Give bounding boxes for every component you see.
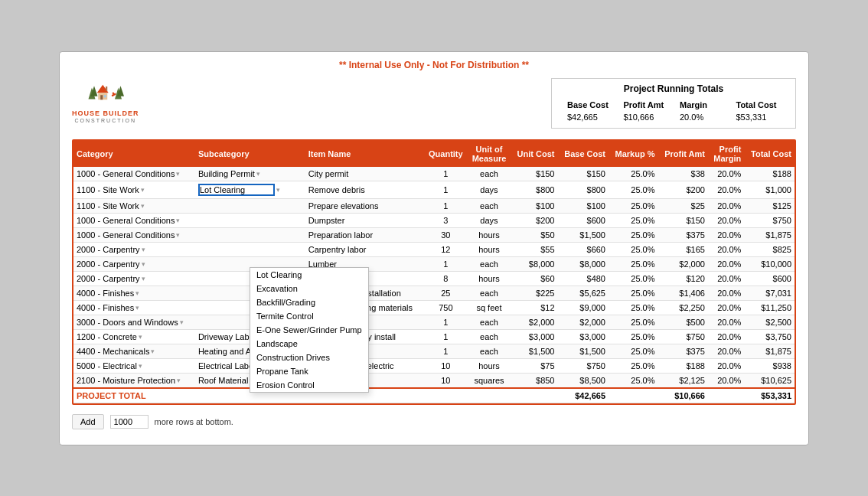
cell-quantity[interactable]: 750	[424, 300, 468, 315]
cell-base-cost[interactable]: $150	[558, 167, 609, 181]
cell-category[interactable]: 1000 - General Conditions▾	[73, 213, 195, 227]
cell-quantity[interactable]: 30	[424, 227, 468, 242]
dropdown-item[interactable]: Construction Drives	[250, 351, 368, 364]
cell-unit-cost[interactable]: $150	[511, 167, 557, 181]
cell-quantity[interactable]: 25	[424, 286, 468, 300]
cell-profit-amt[interactable]: $750	[658, 329, 708, 344]
cell-profit-margin[interactable]: 20.0%	[708, 315, 744, 329]
cell-quantity[interactable]: 10	[424, 358, 468, 373]
cell-subcategory[interactable]	[195, 198, 305, 213]
cell-markup[interactable]: 25.0%	[609, 242, 658, 256]
cell-quantity[interactable]: 1	[424, 181, 468, 198]
cell-profit-amt[interactable]: $2,250	[658, 300, 708, 315]
cell-profit-amt[interactable]: $38	[658, 167, 708, 181]
cell-category[interactable]: 1100 - Site Work▾	[73, 181, 195, 198]
subcategory-input[interactable]	[198, 184, 275, 196]
cell-category[interactable]: 1200 - Concrete▾	[73, 329, 195, 344]
cell-unit-cost[interactable]: $8,000	[511, 256, 557, 271]
cell-base-cost[interactable]: $8,500	[558, 373, 609, 388]
cell-profit-amt[interactable]: $500	[658, 315, 708, 329]
cell-profit-margin[interactable]: 20.0%	[708, 286, 744, 300]
cell-profit-margin[interactable]: 20.0%	[708, 344, 744, 358]
cell-quantity[interactable]: 10	[424, 373, 468, 388]
cell-profit-margin[interactable]: 20.0%	[708, 329, 744, 344]
cell-base-cost[interactable]: $1,500	[558, 227, 609, 242]
cell-profit-amt[interactable]: $150	[658, 213, 708, 227]
cell-quantity[interactable]: 1	[424, 167, 468, 181]
cell-profit-margin[interactable]: 20.0%	[708, 198, 744, 213]
cell-category[interactable]: 2000 - Carpentry▾	[73, 271, 195, 286]
cell-base-cost[interactable]: $600	[558, 213, 609, 227]
dropdown-item[interactable]: Excavation	[250, 282, 368, 295]
cell-markup[interactable]: 25.0%	[609, 227, 658, 242]
cell-markup[interactable]: 25.0%	[609, 329, 658, 344]
cell-unit-cost[interactable]: $55	[511, 242, 557, 256]
cell-markup[interactable]: 25.0%	[609, 315, 658, 329]
cell-quantity[interactable]: 1	[424, 198, 468, 213]
cell-profit-amt[interactable]: $165	[658, 242, 708, 256]
cell-base-cost[interactable]: $2,000	[558, 315, 609, 329]
cell-category[interactable]: 4400 - Mechanicals▾	[73, 344, 195, 358]
dropdown-item[interactable]: Termite Control	[250, 309, 368, 323]
cell-item-name[interactable]: Preparation labor	[305, 227, 424, 242]
cell-profit-amt[interactable]: $188	[658, 358, 708, 373]
cell-unit-cost[interactable]: $12	[511, 300, 557, 315]
cell-markup[interactable]: 25.0%	[609, 300, 658, 315]
cell-profit-margin[interactable]: 20.0%	[708, 300, 744, 315]
cell-base-cost[interactable]: $1,500	[558, 344, 609, 358]
cell-subcategory[interactable]	[195, 242, 305, 256]
cell-profit-amt[interactable]: $2,000	[658, 256, 708, 271]
cell-profit-margin[interactable]: 20.0%	[708, 227, 744, 242]
cell-unit-cost[interactable]: $200	[511, 213, 557, 227]
cell-profit-amt[interactable]: $375	[658, 344, 708, 358]
cell-profit-amt[interactable]: $25	[658, 198, 708, 213]
cell-subcategory[interactable]: ▾	[195, 181, 305, 198]
cell-profit-amt[interactable]: $2,125	[658, 373, 708, 388]
row-count-input[interactable]	[110, 415, 148, 429]
cell-category[interactable]: 1000 - General Conditions▾	[73, 227, 195, 242]
cell-markup[interactable]: 25.0%	[609, 286, 658, 300]
cell-quantity[interactable]: 12	[424, 242, 468, 256]
dropdown-item[interactable]: Landscape	[250, 337, 368, 351]
cell-item-name[interactable]: Prepare elevations	[305, 198, 424, 213]
cell-category[interactable]: 2100 - Moisture Protection▾	[73, 373, 195, 388]
cell-base-cost[interactable]: $5,625	[558, 286, 609, 300]
cell-unit-cost[interactable]: $3,000	[511, 329, 557, 344]
cell-subcategory[interactable]	[195, 213, 305, 227]
cell-base-cost[interactable]: $660	[558, 242, 609, 256]
cell-category[interactable]: 2000 - Carpentry▾	[73, 242, 195, 256]
cell-category[interactable]: 2000 - Carpentry▾	[73, 256, 195, 271]
cell-profit-margin[interactable]: 20.0%	[708, 242, 744, 256]
cell-markup[interactable]: 25.0%	[609, 167, 658, 181]
cell-category[interactable]: 3000 - Doors and Windows▾	[73, 315, 195, 329]
cell-unit-cost[interactable]: $75	[511, 358, 557, 373]
cell-quantity[interactable]: 1	[424, 344, 468, 358]
cell-profit-margin[interactable]: 20.0%	[708, 256, 744, 271]
cell-item-name[interactable]: Remove debris	[305, 181, 424, 198]
cell-quantity[interactable]: 8	[424, 271, 468, 286]
cell-subcategory[interactable]: Building Permit▾	[195, 167, 305, 181]
cell-profit-margin[interactable]: 20.0%	[708, 271, 744, 286]
cell-base-cost[interactable]: $480	[558, 271, 609, 286]
cell-base-cost[interactable]: $9,000	[558, 300, 609, 315]
cell-unit-cost[interactable]: $100	[511, 198, 557, 213]
cell-markup[interactable]: 25.0%	[609, 181, 658, 198]
cell-profit-margin[interactable]: 20.0%	[708, 373, 744, 388]
cell-unit-cost[interactable]: $2,000	[511, 315, 557, 329]
cell-profit-margin[interactable]: 20.0%	[708, 358, 744, 373]
cell-profit-amt[interactable]: $120	[658, 271, 708, 286]
add-rows-button[interactable]: Add	[72, 414, 104, 429]
cell-item-name[interactable]: Carpentry labor	[305, 242, 424, 256]
cell-markup[interactable]: 25.0%	[609, 256, 658, 271]
cell-profit-amt[interactable]: $200	[658, 181, 708, 198]
cell-item-name[interactable]: City permit	[305, 167, 424, 181]
cell-profit-margin[interactable]: 20.0%	[708, 213, 744, 227]
cell-category[interactable]: 4000 - Finishes▾	[73, 300, 195, 315]
subcategory-dropdown[interactable]: Lot ClearingExcavationBackfill/GradingTe…	[250, 267, 369, 393]
cell-unit-cost[interactable]: $850	[511, 373, 557, 388]
cell-unit-cost[interactable]: $800	[511, 181, 557, 198]
cell-profit-amt[interactable]: $1,406	[658, 286, 708, 300]
cell-subcategory[interactable]	[195, 227, 305, 242]
cell-markup[interactable]: 25.0%	[609, 344, 658, 358]
cell-unit-cost[interactable]: $225	[511, 286, 557, 300]
